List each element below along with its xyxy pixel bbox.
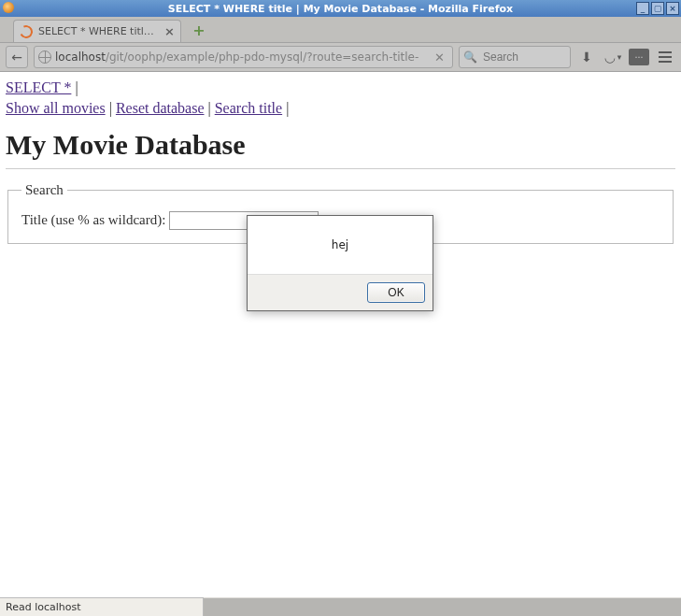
status-bar: Read localhost [0,597,204,616]
title-label: Title (use % as wildcard): [21,212,169,227]
link-select-star[interactable]: SELECT * [6,79,71,95]
alert-dialog: hej OK [247,215,433,311]
page-content: SELECT * | Show all movies | Reset datab… [0,72,681,597]
minimize-button[interactable]: _ [636,2,649,15]
status-text: Read localhost [6,601,81,613]
ok-button[interactable]: OK [367,282,425,303]
firefox-icon [3,2,14,13]
alert-message: hej [248,216,433,274]
close-window-button[interactable]: × [666,2,679,15]
divider [6,168,675,169]
alert-button-row: OK [248,274,433,310]
nav-links: SELECT * | Show all movies | Reset datab… [6,78,675,120]
link-show-all-movies[interactable]: Show all movies [6,100,106,116]
window-titlebar: SELECT * WHERE title | My Movie Database… [0,0,681,17]
link-search-title[interactable]: Search title [215,100,282,116]
link-reset-database[interactable]: Reset database [116,100,205,116]
search-legend: Search [21,182,67,198]
window-title: SELECT * WHERE title | My Movie Database… [168,3,513,15]
globe-icon [38,50,51,64]
page-title: My Movie Database [6,129,675,161]
maximize-button[interactable]: ▢ [651,2,664,15]
